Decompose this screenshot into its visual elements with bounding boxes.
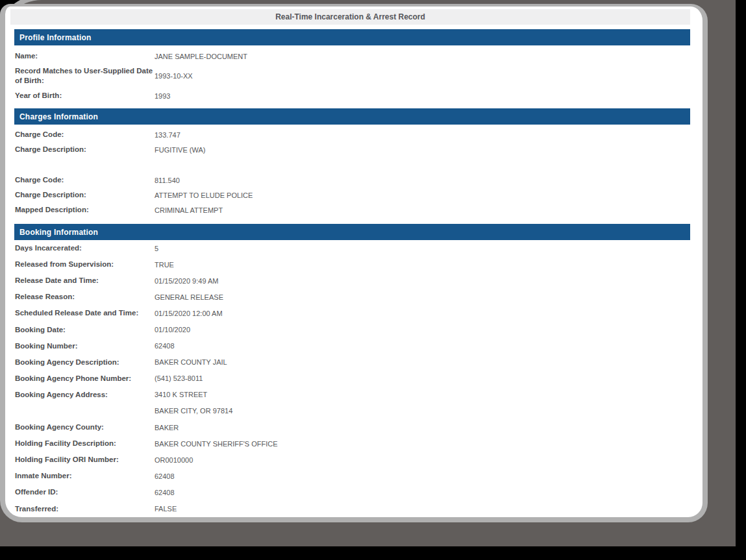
section-title: Profile Information <box>19 33 91 42</box>
field-row: Charge Code: 133.747 <box>14 127 690 142</box>
field-label: Holding Facility ORI Number: <box>15 455 154 465</box>
field-value: (541) 523-8011 <box>154 374 690 382</box>
field-value: BAKER <box>154 424 690 432</box>
booking-rows: Days Incarcerated: 5 Released from Super… <box>14 240 690 517</box>
section-title: Charges Information <box>19 112 98 121</box>
field-label: Transferred: <box>15 504 154 514</box>
field-value: 01/15/2020 12:00 AM <box>154 310 690 317</box>
field-value: 811.540 <box>154 177 690 184</box>
field-row: Booking Agency County: BAKER <box>14 419 690 435</box>
field-value: TRUE <box>154 261 690 269</box>
field-label: Charge Code: <box>15 130 154 140</box>
field-label: Booking Agency Phone Number: <box>15 374 154 383</box>
field-label: Charge Code: <box>15 175 154 185</box>
field-row: Charge Description: FUGITIVE (WA) <box>14 142 690 157</box>
field-label: Holding Facility Description: <box>15 439 154 448</box>
field-label: Released from Supervision: <box>15 260 154 269</box>
field-value: 62408 <box>154 472 690 480</box>
field-row: Booking Date: 01/10/2020 <box>14 321 690 337</box>
field-label: Name: <box>15 51 154 61</box>
field-label: Booking Agency Address: <box>15 390 154 400</box>
report-content: Real-Time Incarceration & Arrest Record … <box>5 9 702 517</box>
field-value: GENERAL RELEASE <box>154 293 690 301</box>
field-value: BAKER COUNTY JAIL <box>154 358 690 366</box>
field-row: Charge Code: 811.540 <box>14 173 690 188</box>
field-value: 1993-10-XX <box>154 72 690 80</box>
field-value: 133.747 <box>154 131 690 139</box>
field-value: 62408 <box>154 342 690 350</box>
field-value: 01/15/2020 9:49 AM <box>154 277 690 285</box>
field-label: Charge Description: <box>15 190 154 200</box>
field-row: Released from Supervision: TRUE <box>14 256 690 273</box>
field-value: 3410 K STREET <box>154 391 690 398</box>
charges-rows: Charge Code: 133.747 Charge Description:… <box>14 125 690 217</box>
field-row: Booking Number: 62408 <box>14 338 690 354</box>
field-label: Booking Agency Description: <box>15 358 154 367</box>
field-row: Release Date and Time: 01/15/2020 9:49 A… <box>14 273 690 289</box>
field-value: 01/10/2020 <box>154 326 690 334</box>
field-label: Offender ID: <box>15 487 154 497</box>
page-title: Real-Time Incarceration & Arrest Record <box>275 12 425 21</box>
section-header-booking-information: Booking Information <box>14 224 690 240</box>
field-label: Mapped Description: <box>15 205 154 215</box>
field-value: FUGITIVE (WA) <box>154 146 690 154</box>
screen: { "frame": { "accent_blue": "#17568c", "… <box>0 0 746 560</box>
field-row: Days Incarcerated: 5 <box>14 240 690 256</box>
profile-rows: Name: JANE SAMPLE-DOCUMENT Record Matche… <box>14 45 690 104</box>
field-row: Inmate Number: 62408 <box>14 468 690 484</box>
field-row: Mapped Description: CRIMINAL ATTEMPT <box>14 202 690 217</box>
report-title-bar: Real-Time Incarceration & Arrest Record <box>10 9 690 25</box>
field-label: Days Incarcerated: <box>15 243 154 253</box>
field-value: ATTEMPT TO ELUDE POLICE <box>154 191 690 199</box>
field-label: Scheduled Release Date and Time: <box>15 308 154 318</box>
charge-group-divider <box>14 157 690 173</box>
field-label: Year of Birth: <box>15 91 154 101</box>
field-value: CRIMINAL ATTEMPT <box>154 206 690 214</box>
section-title: Booking Information <box>19 228 98 237</box>
field-row: Booking Agency Description: BAKER COUNTY… <box>14 354 690 371</box>
field-row: Scheduled Release Date and Time: 01/15/2… <box>14 305 690 321</box>
field-label: Inmate Number: <box>15 471 154 481</box>
field-value: JANE SAMPLE-DOCUMENT <box>154 53 690 60</box>
field-label: Booking Agency County: <box>15 422 154 432</box>
field-label: Release Date and Time: <box>15 276 154 286</box>
field-value: 1993 <box>154 92 690 100</box>
section-header-profile-information: Profile Information <box>14 29 690 45</box>
field-row: Name: JANE SAMPLE-DOCUMENT <box>14 48 690 64</box>
field-label: Record Matches to User-Supplied Date of … <box>15 66 154 86</box>
field-row: Booking Agency Address: 3410 K STREET <box>14 387 690 403</box>
field-label: Release Reason: <box>15 292 154 302</box>
field-label: Charge Description: <box>15 145 154 154</box>
field-value: BAKER CITY, OR 97814 <box>154 407 690 415</box>
report-card: Real-Time Incarceration & Arrest Record … <box>0 4 708 522</box>
field-label: Booking Date: <box>15 325 154 335</box>
field-row: BAKER CITY, OR 97814 <box>14 403 690 419</box>
field-row: Release Reason: GENERAL RELEASE <box>14 289 690 305</box>
field-row: Year of Birth: 1993 <box>14 88 690 104</box>
field-value: 5 <box>154 245 690 252</box>
field-row: Holding Facility ORI Number: OR0010000 <box>14 452 690 468</box>
field-value: OR0010000 <box>154 456 690 464</box>
field-row: Booking Agency Phone Number: (541) 523-8… <box>14 371 690 387</box>
field-row: Record Matches to User-Supplied Date of … <box>14 64 690 88</box>
field-value: BAKER COUNTY SHERIFF'S OFFICE <box>154 440 690 448</box>
field-value: FALSE <box>154 505 690 513</box>
field-row: Offender ID: 62408 <box>14 484 690 500</box>
field-value: 62408 <box>154 489 690 496</box>
field-row: Charge Description: ATTEMPT TO ELUDE POL… <box>14 188 690 202</box>
field-label: Booking Number: <box>15 341 154 351</box>
field-row: Holding Facility Description: BAKER COUN… <box>14 435 690 452</box>
section-header-charges-information: Charges Information <box>14 108 690 125</box>
field-row: Transferred: FALSE <box>14 501 690 517</box>
